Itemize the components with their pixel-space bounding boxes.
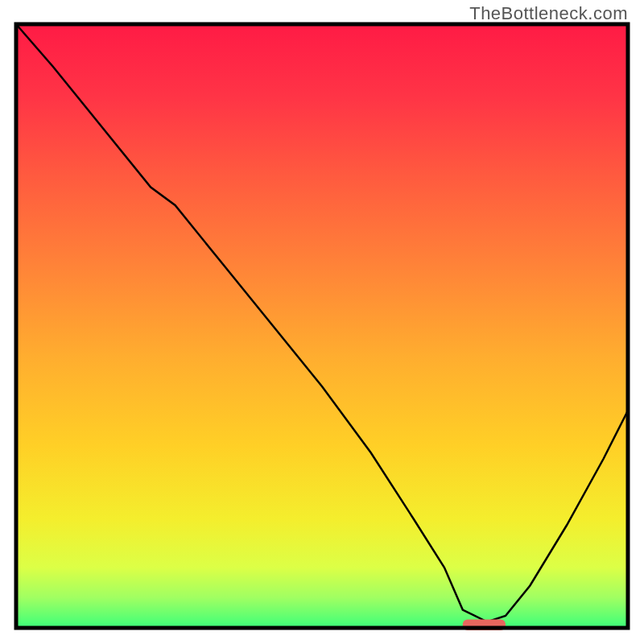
bottleneck-chart: [0, 0, 644, 644]
plot-background: [16, 24, 628, 628]
chart-frame: TheBottleneck.com: [0, 0, 644, 644]
watermark-text: TheBottleneck.com: [469, 3, 628, 24]
